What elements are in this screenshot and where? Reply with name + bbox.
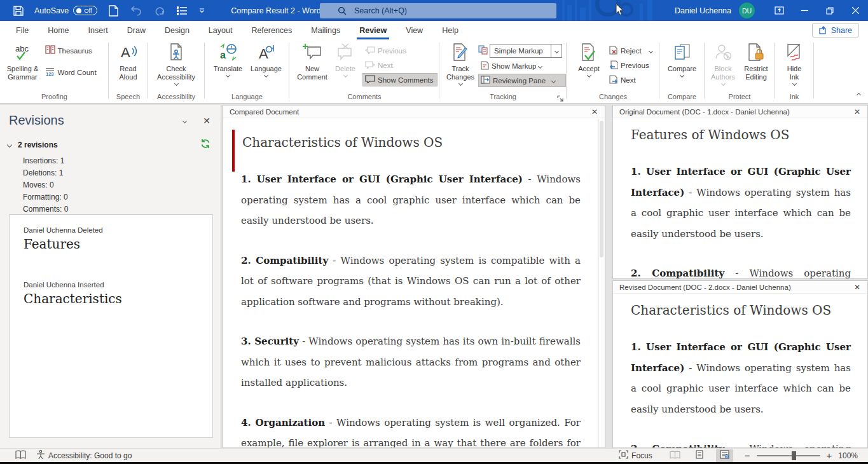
paragraph: 1. User Interface or GUI (Graphic User I…: [631, 161, 851, 244]
paragraph: 2. Compatibility - Windows operating: [631, 439, 851, 448]
close-button[interactable]: [843, 0, 868, 21]
new-document-icon[interactable]: [106, 4, 120, 18]
tab-home[interactable]: Home: [38, 21, 78, 39]
revision-stats: Insertions: 1 Deletions: 1 Moves: 0 Form…: [0, 151, 221, 215]
paragraph: 2. Compatibility - Windows operating: [631, 263, 851, 279]
search-input[interactable]: [354, 6, 520, 15]
tab-layout[interactable]: Layout: [199, 21, 242, 39]
group-proofing: abc Spelling & Grammar Thesaurus 123 Wor…: [0, 39, 109, 103]
tab-mailings[interactable]: Mailings: [301, 21, 350, 39]
original-document-body[interactable]: Features of Windows OS 1. User Interface…: [613, 118, 867, 279]
title-bar: AutoSave Off Compare Result 2 - Word: [0, 0, 868, 21]
revised-document-body[interactable]: Characteristics of Windows OS 1. User In…: [613, 294, 867, 448]
show-markup-icon: [481, 61, 489, 71]
next-comment-button: Next: [362, 58, 437, 72]
scrollbar-thumb[interactable]: [600, 121, 603, 257]
read-mode-button[interactable]: [666, 449, 684, 462]
show-comments-button[interactable]: Show Comments: [362, 73, 437, 86]
tab-references[interactable]: References: [242, 21, 301, 39]
accessibility-status-button[interactable]: Accessibility: Good to go: [31, 449, 137, 462]
hide-ink-button[interactable]: Hide Ink: [777, 41, 811, 85]
markup-mode-chevron-icon[interactable]: [551, 44, 562, 58]
tab-help[interactable]: Help: [432, 21, 468, 39]
autosave-toggle[interactable]: AutoSave Off: [34, 6, 97, 15]
paragraph: 1. User Interface or GUI (Graphic User I…: [631, 337, 851, 420]
close-icon[interactable]: ✕: [852, 107, 862, 116]
zoom-slider-thumb[interactable]: [792, 451, 796, 460]
paragraph: 1. User Interface or GUI (Graphic User I…: [241, 169, 581, 231]
tab-view[interactable]: View: [396, 21, 432, 39]
ribbon: abc Spelling & Grammar Thesaurus 123 Wor…: [0, 39, 868, 104]
stat-formatting: Formatting: 0: [23, 191, 221, 203]
tab-review[interactable]: Review: [350, 21, 396, 39]
bullet-list-icon[interactable]: [175, 4, 189, 18]
focus-button[interactable]: Focus: [614, 449, 658, 462]
toolbar-options-chevron-icon[interactable]: [198, 4, 205, 18]
tracking-dialog-launcher[interactable]: [557, 93, 565, 101]
compare-button[interactable]: Compare: [663, 41, 702, 77]
print-layout-button[interactable]: [691, 449, 708, 462]
read-aloud-button[interactable]: A Read Aloud: [111, 41, 146, 81]
page-info-button[interactable]: [0, 449, 31, 462]
show-markup-button[interactable]: Show Markup: [478, 59, 566, 72]
reject-button[interactable]: Reject: [607, 44, 656, 57]
avatar[interactable]: DU: [739, 3, 755, 18]
new-comment-button[interactable]: New Comment: [294, 41, 331, 81]
titlebar-decoration: [558, 0, 666, 21]
zoom-out-button[interactable]: −: [743, 450, 752, 461]
close-icon[interactable]: ✕: [589, 107, 600, 116]
check-accessibility-button[interactable]: Check Accessibility: [151, 41, 202, 85]
expand-chevron-icon[interactable]: [7, 142, 12, 147]
group-tracking: Track Changes Simple Markup Show Markup …: [439, 39, 567, 103]
zoom-in-button[interactable]: +: [825, 450, 834, 461]
tab-design[interactable]: Design: [155, 21, 199, 39]
spelling-grammar-button[interactable]: abc Spelling & Grammar: [3, 41, 43, 81]
close-icon[interactable]: ✕: [203, 116, 210, 126]
vertical-scrollbar[interactable]: [598, 119, 605, 447]
tab-file[interactable]: File: [6, 21, 38, 39]
compared-document-body[interactable]: Characteristics of Windows OS 1. User In…: [223, 118, 605, 447]
previous-change-button[interactable]: Previous: [607, 58, 656, 72]
account-name[interactable]: Daniel Uchenna: [675, 6, 731, 15]
web-layout-button[interactable]: [716, 449, 733, 462]
accept-button[interactable]: Accept: [572, 41, 605, 77]
pane-options-chevron-icon[interactable]: [183, 118, 187, 123]
collapse-ribbon-button[interactable]: [857, 88, 860, 99]
save-icon[interactable]: [11, 4, 25, 18]
read-mode-icon: [670, 451, 680, 461]
chevron-down-icon: [264, 73, 268, 78]
zoom-slider[interactable]: [757, 455, 820, 456]
read-aloud-icon: A: [119, 43, 138, 63]
revised-pane-title: Revised Document (DOC - 2.docx - Daniel …: [619, 283, 791, 291]
tab-insert[interactable]: Insert: [79, 21, 118, 39]
translate-button[interactable]: a Translate: [209, 41, 247, 77]
paragraph: 3. Security - Windows operating system h…: [241, 331, 581, 393]
delete-comment-button: Delete: [331, 41, 360, 77]
accept-icon: [580, 43, 598, 63]
close-icon[interactable]: ✕: [852, 283, 862, 292]
markup-mode-select[interactable]: Simple Markup: [478, 44, 566, 58]
search-box[interactable]: [320, 3, 556, 18]
next-change-button[interactable]: Next: [607, 73, 656, 86]
revision-entry[interactable]: Daniel Uchenna Inserted Characteristics: [24, 281, 198, 306]
tab-draw[interactable]: Draw: [118, 21, 155, 39]
thesaurus-button[interactable]: Thesaurus: [43, 44, 106, 57]
track-changes-button[interactable]: Track Changes: [443, 41, 478, 85]
new-comment-icon: [303, 43, 322, 63]
group-comments: New Comment Delete Previous Next: [289, 39, 439, 103]
language-button[interactable]: A Language: [247, 41, 286, 77]
reviewing-pane-button[interactable]: Reviewing Pane: [478, 74, 566, 87]
restore-button[interactable]: [817, 0, 843, 21]
document-title: Characteristics of Windows OS: [631, 303, 851, 318]
revision-count[interactable]: 2 revisions: [18, 140, 58, 149]
svg-text:A: A: [121, 44, 130, 60]
word-count-button[interactable]: 123 Word Count: [43, 65, 106, 79]
share-button[interactable]: Share: [812, 23, 859, 38]
word-count-icon: 123: [45, 67, 55, 78]
restrict-editing-button[interactable]: Restrict Editing: [740, 41, 773, 81]
zoom-level[interactable]: 100%: [833, 449, 868, 462]
ribbon-display-options-icon[interactable]: [766, 0, 792, 21]
revision-entry[interactable]: Daniel Uchenna Deleted Features: [24, 226, 198, 252]
refresh-icon[interactable]: [200, 139, 210, 151]
minimize-button[interactable]: [792, 0, 817, 21]
